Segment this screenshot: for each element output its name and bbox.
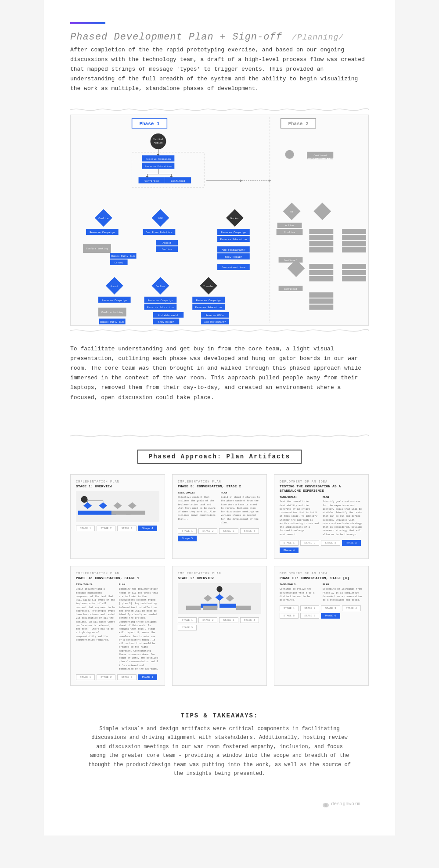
card-3-col-goals: TASK/GOALS: Test the overall the desirab… xyxy=(280,496,320,537)
card-2-body: TASK/GOALS: Objective content that outli… xyxy=(178,491,261,525)
svg-point-142 xyxy=(323,803,327,807)
svg-marker-132 xyxy=(216,594,224,601)
svg-text:Action: Action xyxy=(285,224,294,227)
svg-text:Transfer: Transfer xyxy=(203,285,214,288)
card-2-footer: STAGE 1 STAGE 2 STAGE 3 STAGE 4 Stage 5 xyxy=(178,528,261,541)
card-4-col-goals: TASK/GOALS: Begin implementing a message… xyxy=(76,583,116,671)
wavy-line-mid xyxy=(70,433,369,439)
svg-marker-125 xyxy=(128,502,137,509)
svg-text:OPW: OPW xyxy=(158,217,163,220)
artifact-card-6: DEPLOYMENT OF AN IDEA PHASE 6+: CONVERSA… xyxy=(274,566,369,686)
svg-text:Accept: Accept xyxy=(163,242,172,245)
svg-point-130 xyxy=(216,586,222,592)
svg-rect-139 xyxy=(203,606,217,610)
artifact-card-5: IMPLEMENTATION PLAN STAGE 2: OVERVIEW xyxy=(172,566,267,686)
card-1-footer: STAGE 1 STAGE 2 STAGE 3 Stage 4 xyxy=(76,526,159,531)
artifacts-title: Phased Approach: Plan Artifacts xyxy=(137,450,302,464)
card-5-diagram xyxy=(178,583,261,614)
svg-text:Decline: Decline xyxy=(156,285,165,288)
svg-marker-123 xyxy=(114,502,122,509)
svg-text:Reserve Campaign: Reserve Campaign xyxy=(221,231,246,234)
svg-text:Add Restaurant?: Add Restaurant? xyxy=(204,321,226,324)
svg-text:Confirm booking: Confirm booking xyxy=(101,311,123,314)
svg-point-25 xyxy=(285,150,294,159)
card-3-footer: STAGE 1 STAGE 2 STAGE 3 PHASE A Phase 4 xyxy=(280,540,363,553)
svg-marker-137 xyxy=(226,595,234,601)
svg-point-118 xyxy=(81,496,87,503)
svg-rect-112 xyxy=(342,276,366,281)
card-4-label: IMPLEMENTATION PLAN xyxy=(76,572,159,575)
artifact-card-3: DEPLOYMENT OF AN IDEA TESTING THE CONVER… xyxy=(274,474,369,559)
svg-text:Confirmed: Confirmed xyxy=(171,180,185,183)
svg-text:Confirm: Confirm xyxy=(284,231,295,234)
flow-diagram-wrapper: Phase 1 Phase 2 Initial Action Reserve C… xyxy=(70,115,369,328)
svg-text:Action: Action xyxy=(154,141,163,144)
page-title: Phased Development Plan + Sign-off /Plan… xyxy=(70,32,369,43)
card-3-col-plan: PLAN Identify goals and success for the … xyxy=(323,496,363,537)
card-1-diagram xyxy=(76,491,159,522)
svg-text:Add restaurant?: Add restaurant? xyxy=(222,249,245,252)
svg-marker-91 xyxy=(313,203,331,220)
svg-rect-107 xyxy=(309,264,333,269)
svg-rect-115 xyxy=(309,292,333,298)
svg-rect-120 xyxy=(78,511,97,515)
svg-rect-100 xyxy=(342,229,366,234)
card-6-heading: PHASE 6+: CONVERSATION, STAGE [X] xyxy=(280,576,363,580)
card-6-footer: STAGE 1 STAGE 2 STAGE 3 STAGE 4 STAGE 5 … xyxy=(280,605,363,619)
card-2-label: IMPLEMENTATION PLAN xyxy=(178,480,261,483)
svg-text:Decline: Decline xyxy=(162,249,172,252)
svg-text:Reserve Education: Reserve Education xyxy=(147,306,174,309)
svg-text:Reserve Campaign: Reserve Campaign xyxy=(146,158,171,161)
card-1-heading: STAGE 1: OVERVIEW xyxy=(76,484,159,489)
svg-text:Confirm: Confirm xyxy=(98,217,108,220)
svg-rect-116 xyxy=(309,299,333,304)
card-5-heading: STAGE 2: OVERVIEW xyxy=(178,576,261,580)
card-6-col-plan: PLAN Depending on learnings from Phase X… xyxy=(323,583,363,602)
svg-marker-121 xyxy=(99,502,107,509)
svg-rect-110 xyxy=(342,264,366,269)
svg-rect-98 xyxy=(309,241,333,247)
card-2-heading: PHASE 5: CONVERSATION, STAGE 2 xyxy=(178,484,261,489)
footer-logo: designworm xyxy=(319,800,360,808)
svg-marker-136 xyxy=(204,595,212,601)
card-3-heading: TESTING THE CONVERSATION AS A STANDALONE… xyxy=(280,484,363,493)
tips-title: TIPS & TAKEAWAYS: xyxy=(88,712,351,719)
svg-text:Reserve Education: Reserve Education xyxy=(145,165,172,168)
svg-text:Change Party Size: Change Party Size xyxy=(111,255,136,258)
svg-rect-103 xyxy=(342,248,366,253)
svg-rect-102 xyxy=(342,241,366,247)
card-6-col-goals: TASK/GOALS: Continue to evolve the conve… xyxy=(280,583,320,602)
card-4-body: TASK/GOALS: Begin implementing a message… xyxy=(76,583,159,671)
svg-rect-140 xyxy=(236,606,251,610)
svg-text:One From Robotics: One From Robotics xyxy=(146,231,173,234)
intro-text: After completion of the the rapid protot… xyxy=(70,45,369,94)
svg-rect-96 xyxy=(309,229,333,234)
subtitle-text: /Planning/ xyxy=(292,33,344,42)
svg-rect-108 xyxy=(309,270,333,275)
card-4-col-plan: PLAN Identify the implementation needs o… xyxy=(119,583,159,671)
tips-text: Simple visuals and design artifacts were… xyxy=(88,724,351,778)
svg-rect-138 xyxy=(186,606,201,610)
svg-text:Confirmed: Confirmed xyxy=(284,288,297,291)
svg-text:Confirmed: Confirmed xyxy=(144,180,159,183)
svg-text:Show Recap?: Show Recap? xyxy=(158,321,174,324)
svg-text:Reserve Education: Reserve Education xyxy=(195,306,222,309)
svg-text:Guaranteed Jose: Guaranteed Jose xyxy=(222,266,245,269)
svg-text:Reserve Campaign: Reserve Campaign xyxy=(90,231,115,234)
card-2-col-plan: PLAN Build in about X changes to the pha… xyxy=(221,491,261,525)
svg-text:ok: ok xyxy=(290,211,293,214)
title-text: Phased Development Plan + Sign-off xyxy=(70,32,282,43)
svg-text:Worker: Worker xyxy=(230,217,239,220)
svg-rect-101 xyxy=(342,235,366,241)
svg-rect-87 xyxy=(99,325,117,326)
svg-text:Phase 1: Phase 1 xyxy=(139,121,159,126)
artifact-card-2: IMPLEMENTATION PLAN PHASE 5: CONVERSATIO… xyxy=(172,474,267,559)
artifact-card-1: IMPLEMENTATION PLAN STAGE 1: OVERVIEW xyxy=(70,474,165,559)
svg-text:Phase 2: Phase 2 xyxy=(288,121,308,126)
svg-text:Cancel: Cancel xyxy=(115,261,123,264)
svg-rect-99 xyxy=(309,248,333,253)
svg-rect-126 xyxy=(126,511,145,515)
svg-text:Reserve Campaign: Reserve Campaign xyxy=(148,299,173,302)
card-4-footer: STAGE 1 STAGE 2 STAGE 3 PHASE 1 xyxy=(76,674,159,680)
svg-rect-117 xyxy=(309,305,333,310)
